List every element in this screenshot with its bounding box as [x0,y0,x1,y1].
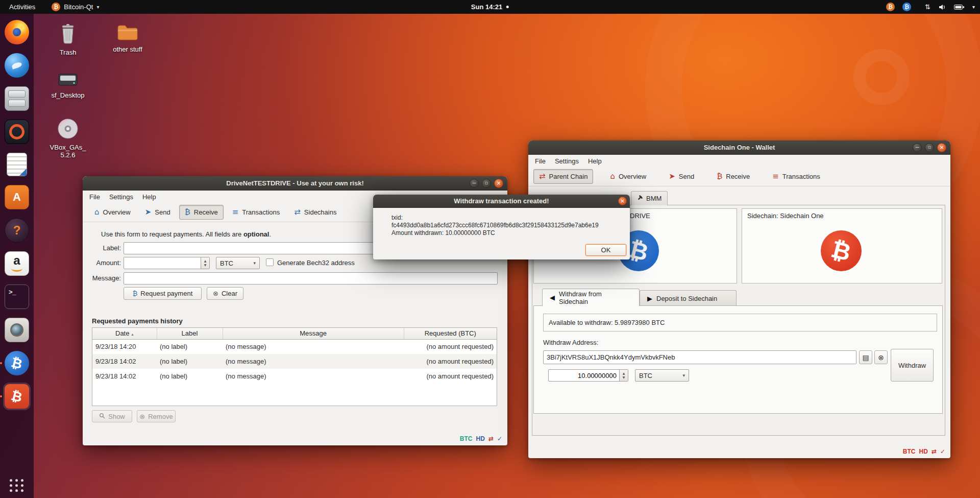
withdraw-address-input[interactable] [543,350,856,364]
desktop-icon-label: VBox_GAs_ 5.2.6 [50,144,86,159]
txid-value: fc4493dd0a8b1a6cfd273ccc68fc6710869fb6d8… [391,222,599,229]
tab-overview[interactable]: ⌂ Overview [89,205,136,220]
maximize-button[interactable]: ▫ [925,143,934,152]
tab-receive[interactable]: ₿ Receive [711,169,755,184]
amount-input[interactable]: ▲ ▼ [124,257,210,269]
send-icon: ➤ [145,208,152,216]
table-row[interactable]: 9/23/18 14:02 (no label) (no message) (n… [92,369,497,384]
tab-bmm[interactable]: BMM [631,191,668,205]
help-icon[interactable] [5,218,29,243]
withdraw-unit-select[interactable]: BTC ▾ [635,369,689,382]
minimize-button[interactable]: − [470,179,479,188]
show-button[interactable]: Show [92,410,132,422]
bitcoin-icon: ₿ [133,290,138,297]
clear-address-button[interactable]: ⊗ [874,350,888,364]
app-menu[interactable]: ₿ Bitcoin-Qt ▾ [52,3,99,11]
maximize-button[interactable]: ▫ [482,179,491,188]
column-header-date[interactable]: Date▴ [92,328,157,339]
minimize-button[interactable]: − [913,143,922,152]
app-grid-button[interactable] [10,479,24,492]
table-row[interactable]: 9/23/18 14:20 (no label) (no message) (n… [92,339,497,354]
files-icon[interactable] [5,86,29,111]
hd-indicator: HD [476,435,485,442]
thunderbird-icon[interactable] [5,53,29,78]
tab-overview[interactable]: ⌂ Overview [604,169,652,184]
menu-file[interactable]: File [530,156,550,167]
menu-settings[interactable]: Settings [105,192,138,202]
drivenet-titlebar[interactable]: DriveNetTESTDRIVE - Use at your own risk… [83,176,507,191]
tray-chevron-down-icon[interactable]: ▾ [972,4,975,10]
menu-help[interactable]: Help [138,192,161,202]
unit-indicator[interactable]: BTC [903,448,916,455]
volume-icon[interactable] [938,3,946,11]
menu-help[interactable]: Help [583,156,606,167]
firefox-icon[interactable] [5,20,29,44]
close-button[interactable]: × [494,179,503,188]
unit-indicator[interactable]: BTC [460,435,473,442]
desktop-icon-other-stuff[interactable]: other stuff [106,23,149,53]
paste-address-button[interactable]: ▤ [859,350,872,364]
screenshot-icon[interactable] [5,318,29,342]
activities-button[interactable]: Activities [5,3,39,11]
tab-deposit-to-sidechain[interactable]: ▶ Deposit to Sidechain [640,290,737,306]
desktop-icon-sf-desktop[interactable]: sf_Desktop [46,72,89,99]
network-icon[interactable]: ⇅ [925,3,930,11]
table-row[interactable]: 9/23/18 14:02 (no label) (no message) (n… [92,354,497,369]
tab-transactions[interactable]: ≡ Transactions [227,205,286,220]
receive-icon: ₿ [185,208,190,216]
spin-up-icon[interactable]: ▲ [623,371,625,375]
remove-button[interactable]: ⊗ Remove [137,410,176,422]
desktop-icon-trash[interactable]: Trash [46,22,89,56]
media-player-icon[interactable] [5,120,29,144]
amazon-icon[interactable] [5,251,29,276]
overview-icon: ⌂ [610,173,615,180]
tab-send[interactable]: ➤ Send [139,205,176,220]
spin-down-icon[interactable]: ▼ [623,375,625,380]
withdraw-button[interactable]: Withdraw [891,349,934,382]
amount-value-input[interactable] [124,257,201,269]
tab-parent-chain[interactable]: ⇄ Parent Chain [533,169,593,184]
tab-receive[interactable]: ₿ Receive [179,205,224,220]
message-input[interactable] [124,272,498,284]
bech32-checkbox[interactable] [266,258,274,266]
unit-select[interactable]: BTC ▾ [216,257,260,269]
column-header-requested[interactable]: Requested (BTC) [404,328,497,339]
clear-button[interactable]: ⊗ Clear [207,287,243,300]
sidechain-titlebar[interactable]: Sidechain One - Wallet − ▫ × [528,140,950,155]
tab-transactions[interactable]: ≡ Transactions [767,169,826,184]
bitcoin-orange-icon[interactable] [5,384,29,409]
app-menu-label: Bitcoin-Qt [64,3,93,11]
withdraw-amount-value[interactable] [549,370,619,381]
menu-settings[interactable]: Settings [550,156,583,167]
dialog-titlebar[interactable]: Withdraw transaction created! × [373,195,630,208]
ok-button[interactable]: OK [585,244,626,256]
menu-file[interactable]: File [85,192,105,202]
receive-icon: ₿ [717,173,722,180]
desktop-icon-label: Trash [60,49,77,56]
sidechain-bitcoin-logo: ₿ [821,230,862,271]
column-header-message[interactable]: Message [223,328,404,339]
tab-sidechains[interactable]: ⇄ Sidechains [288,205,342,220]
transactions-icon: ≡ [232,208,239,216]
bitcoin-blue-icon[interactable] [5,351,29,375]
libreoffice-writer-icon[interactable] [7,153,27,176]
spin-down-icon[interactable]: ▼ [204,263,207,267]
history-title: Requested payments history [92,317,183,325]
spin-up-icon[interactable]: ▲ [204,259,207,263]
tab-withdraw-from-sidechain[interactable]: ◀ Withdraw from Sidechain [542,289,640,306]
tab-send[interactable]: ➤ Send [663,169,700,184]
bitcoin-orange-tray-icon[interactable]: ₿ [886,3,895,11]
close-button[interactable]: × [937,143,946,152]
request-payment-button[interactable]: ₿ Request payment [124,287,202,300]
clock[interactable]: Sun 14:21 [471,3,509,11]
battery-icon[interactable] [954,4,965,10]
sync-check-icon: ✓ [497,435,502,442]
dialog-close-button[interactable]: × [618,197,627,205]
bitcoin-blue-tray-icon[interactable]: ₿ [902,3,911,11]
column-header-label[interactable]: Label [157,328,223,339]
terminal-icon[interactable] [5,284,29,309]
bmm-icon [637,195,643,202]
desktop-icon-vbox[interactable]: VBox_GAs_ 5.2.6 [46,117,89,159]
ubuntu-software-icon[interactable] [5,185,29,209]
withdraw-amount-input[interactable]: ▲ ▼ [548,369,628,382]
